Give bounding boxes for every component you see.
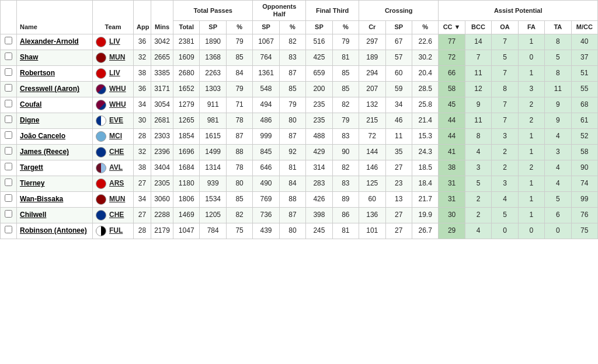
cell-final-pct: 79 <box>332 113 359 128</box>
cell-fa: 2 <box>518 97 544 113</box>
row-checkbox[interactable] <box>1 191 17 207</box>
cell-app: 32 <box>134 144 151 160</box>
row-checkbox[interactable] <box>1 144 17 160</box>
cell-ta: 11 <box>545 81 571 97</box>
row-checkbox[interactable] <box>1 207 17 223</box>
cell-final-sp: 314 <box>306 160 332 176</box>
cell-cc: 38 <box>439 160 465 176</box>
team-code-link[interactable]: MCI <box>109 132 122 140</box>
team-code-link[interactable]: EVE <box>109 116 123 124</box>
team-badge-icon <box>96 116 106 126</box>
th-final-third-group: Final Third <box>306 1 359 21</box>
cell-final-pct: 83 <box>332 128 359 144</box>
player-name-link[interactable]: Wan-Bissaka <box>20 195 63 203</box>
cell-opp-sp: 999 <box>253 128 279 144</box>
cell-final-sp: 659 <box>306 65 332 81</box>
th-cc-sub[interactable]: CC ▼ <box>439 21 465 34</box>
row-checkbox[interactable] <box>1 160 17 176</box>
table-row: Alexander-ArnoldLIV363042238118907910678… <box>1 34 598 50</box>
row-checkbox[interactable] <box>1 97 17 113</box>
team-code-link[interactable]: FUL <box>109 226 123 235</box>
cell-crossing-pct: 21.7 <box>412 191 438 207</box>
th-team-empty <box>93 1 134 21</box>
team-code-link[interactable]: ARS <box>109 179 124 187</box>
player-name-link[interactable]: James (Reece) <box>20 148 69 156</box>
player-name-link[interactable]: Cresswell (Aaron) <box>20 85 79 93</box>
cell-crossing-sp: 13 <box>385 191 412 207</box>
cell-pct: 88 <box>226 144 252 160</box>
th-cr-sub: Cr <box>359 21 385 34</box>
player-name-cell: Chilwell <box>17 207 93 223</box>
cell-oa: 7 <box>492 34 518 50</box>
team-code-link[interactable]: MUN <box>109 53 125 61</box>
player-name-link[interactable]: Coufal <box>20 100 41 108</box>
th-opct-sub: % <box>279 21 305 34</box>
team-cell: CHE <box>93 207 134 223</box>
cell-opp-pct: 80 <box>279 223 305 239</box>
header-top-row: Total Passes Opponents Half Final Third … <box>1 1 598 21</box>
player-name-link[interactable]: Robertson <box>20 69 55 77</box>
cell-oa: 0 <box>492 223 518 239</box>
team-code-link[interactable]: LIV <box>109 37 120 46</box>
player-name-link[interactable]: Robinson (Antonee) <box>20 226 87 235</box>
cell-sp: 1534 <box>200 191 226 207</box>
player-name-link[interactable]: Chilwell <box>20 211 46 219</box>
th-cpct-sub: % <box>412 21 438 34</box>
cell-sp: 1303 <box>200 81 226 97</box>
cell-bcc: 2 <box>465 191 491 207</box>
th-oa-sub: OA <box>492 21 518 34</box>
row-checkbox[interactable] <box>1 113 17 128</box>
cell-opp-pct: 84 <box>279 176 305 191</box>
cell-crossing-sp: 11 <box>385 128 412 144</box>
cell-final-sp: 200 <box>306 81 332 97</box>
cell-oa: 8 <box>492 81 518 97</box>
row-checkbox[interactable] <box>1 176 17 191</box>
row-checkbox[interactable] <box>1 50 17 65</box>
th-crossing-group: Crossing <box>359 1 439 21</box>
cell-bcc: 8 <box>465 128 491 144</box>
row-checkbox[interactable] <box>1 34 17 50</box>
player-name-link[interactable]: Shaw <box>20 53 38 61</box>
cell-mcc: 90 <box>571 160 597 176</box>
team-code-link[interactable]: CHE <box>109 148 124 156</box>
team-badge-icon <box>96 100 106 110</box>
cell-crossing-sp: 27 <box>385 160 412 176</box>
cell-app: 32 <box>134 50 151 65</box>
cell-opp-pct: 87 <box>279 65 305 81</box>
cell-opp-sp: 845 <box>253 144 279 160</box>
table-row: James (Reece)CHE322396169614998884592429… <box>1 144 598 160</box>
th-app-empty <box>134 1 151 21</box>
cell-mins: 2179 <box>151 223 173 239</box>
cell-total-passes: 1180 <box>173 176 200 191</box>
team-code-link[interactable]: MUN <box>109 195 125 203</box>
cell-mcc: 51 <box>571 65 597 81</box>
row-checkbox[interactable] <box>1 81 17 97</box>
cell-total-passes: 1279 <box>173 97 200 113</box>
cell-fa: 1 <box>518 65 544 81</box>
player-name-link[interactable]: João Cancelo <box>20 132 65 140</box>
player-name-cell: James (Reece) <box>17 144 93 160</box>
player-name-link[interactable]: Alexander-Arnold <box>20 37 79 46</box>
cell-crossing-pct: 30.2 <box>412 50 438 65</box>
player-name-link[interactable]: Targett <box>20 163 43 172</box>
cell-bcc: 14 <box>465 34 491 50</box>
cell-sp: 784 <box>200 223 226 239</box>
cell-bcc: 4 <box>465 144 491 160</box>
team-code-link[interactable]: LIV <box>109 69 120 77</box>
row-checkbox[interactable] <box>1 128 17 144</box>
team-code-link[interactable]: WHU <box>109 85 126 93</box>
player-name-link[interactable]: Digne <box>20 116 39 124</box>
row-checkbox[interactable] <box>1 65 17 81</box>
th-check-empty <box>1 1 17 21</box>
team-code-link[interactable]: AVL <box>109 163 123 172</box>
team-code-link[interactable]: WHU <box>109 100 126 108</box>
cell-mcc: 37 <box>571 50 597 65</box>
cell-oa: 2 <box>492 160 518 176</box>
row-checkbox[interactable] <box>1 223 17 239</box>
player-name-link[interactable]: Tierney <box>20 179 44 187</box>
cell-opp-sp: 548 <box>253 81 279 97</box>
cell-final-pct: 81 <box>332 50 359 65</box>
cell-final-sp: 426 <box>306 191 332 207</box>
player-name-cell: Cresswell (Aaron) <box>17 81 93 97</box>
team-code-link[interactable]: CHE <box>109 211 124 219</box>
